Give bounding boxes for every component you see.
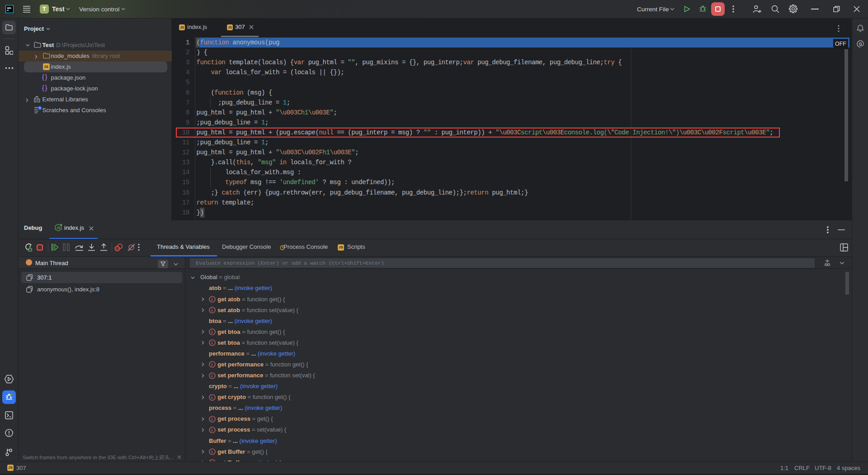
svg-text:λ: λ bbox=[211, 450, 213, 454]
svg-text:JS: JS bbox=[57, 226, 61, 229]
svg-text:λ: λ bbox=[211, 417, 213, 422]
svg-text:λ: λ bbox=[211, 428, 213, 432]
svg-text:WS: WS bbox=[7, 7, 11, 10]
svg-text:λ: λ bbox=[211, 297, 213, 302]
svg-text:λ: λ bbox=[211, 362, 213, 367]
svg-text:λ: λ bbox=[211, 374, 213, 378]
svg-text:λ: λ bbox=[211, 330, 213, 334]
svg-text:λ: λ bbox=[211, 395, 213, 400]
svg-text:λ: λ bbox=[211, 308, 213, 313]
svg-text:λ: λ bbox=[211, 341, 213, 345]
